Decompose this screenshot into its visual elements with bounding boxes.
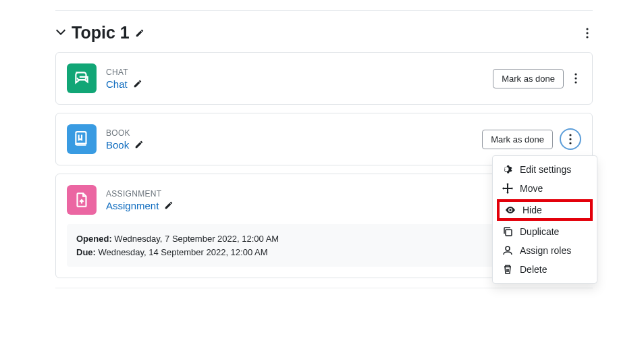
menu-item-label: Delete [520, 264, 547, 275]
activity-edit-menu-button[interactable] [570, 71, 581, 86]
pencil-icon[interactable] [164, 201, 173, 210]
activity-type-label: CHAT [106, 68, 483, 77]
mark-as-done-button[interactable]: Mark as done [493, 69, 564, 88]
menu-item-hide[interactable]: Hide [497, 199, 593, 221]
menu-item-edit-settings[interactable]: Edit settings [493, 160, 597, 179]
due-date: Wednesday, 14 September 2022, 12:00 AM [99, 247, 268, 257]
svg-point-0 [586, 28, 588, 30]
menu-item-label: Duplicate [520, 226, 559, 237]
svg-point-6 [569, 134, 571, 136]
activity-link-text: Chat [106, 78, 128, 90]
activity-link-text: Assignment [106, 200, 159, 211]
svg-rect-9 [506, 230, 512, 236]
menu-item-move[interactable]: Move [493, 179, 597, 198]
menu-item-delete[interactable]: Delete [493, 260, 597, 279]
eye-icon [505, 205, 516, 215]
menu-item-label: Edit settings [520, 164, 571, 175]
pencil-icon[interactable] [133, 79, 142, 88]
pencil-icon[interactable] [134, 140, 144, 149]
section-header: Topic 1 [55, 23, 593, 43]
menu-item-label: Hide [522, 205, 542, 215]
activity-link-chat[interactable]: Chat [106, 78, 142, 90]
svg-point-4 [574, 77, 576, 79]
gear-icon [502, 164, 513, 175]
activity-link-text: Book [106, 139, 129, 151]
svg-point-8 [569, 142, 571, 144]
pencil-icon[interactable] [135, 28, 144, 38]
svg-point-1 [586, 32, 588, 34]
activity-link-assignment[interactable]: Assignment [106, 200, 173, 211]
duplicate-icon [502, 226, 513, 237]
chevron-down-icon[interactable] [55, 28, 66, 38]
svg-point-3 [574, 73, 576, 75]
activity-type-label: BOOK [106, 128, 473, 138]
svg-point-7 [569, 138, 571, 140]
activity-dropdown-menu: Edit settings Move Hide Duplicate Assign… [492, 155, 597, 284]
menu-item-label: Assign roles [520, 245, 571, 256]
divider-bottom [55, 288, 593, 288]
chat-icon [67, 63, 97, 93]
activity-edit-menu-button[interactable] [560, 128, 581, 150]
book-icon [67, 124, 97, 154]
activity-card-book: BOOK Book Mark as done Edit settings [55, 113, 593, 165]
menu-item-duplicate[interactable]: Duplicate [493, 222, 597, 241]
due-label: Due: [76, 247, 96, 257]
svg-point-2 [586, 36, 588, 38]
section-title[interactable]: Topic 1 [72, 23, 130, 43]
activity-card-chat: CHAT Chat Mark as done [55, 52, 593, 105]
section-edit-menu-button[interactable] [582, 26, 593, 41]
svg-point-10 [506, 246, 510, 251]
assignment-icon [67, 185, 97, 215]
opened-label: Opened: [76, 234, 112, 244]
trash-icon [502, 264, 513, 275]
svg-point-5 [574, 81, 576, 83]
opened-date: Wednesday, 7 September 2022, 12:00 AM [114, 234, 279, 244]
move-icon [502, 183, 513, 194]
mark-as-done-button[interactable]: Mark as done [482, 130, 553, 149]
menu-item-label: Move [520, 183, 543, 194]
activity-link-book[interactable]: Book [106, 139, 144, 151]
user-icon [502, 245, 513, 256]
menu-item-assign-roles[interactable]: Assign roles [493, 241, 597, 260]
divider-top [55, 10, 593, 11]
